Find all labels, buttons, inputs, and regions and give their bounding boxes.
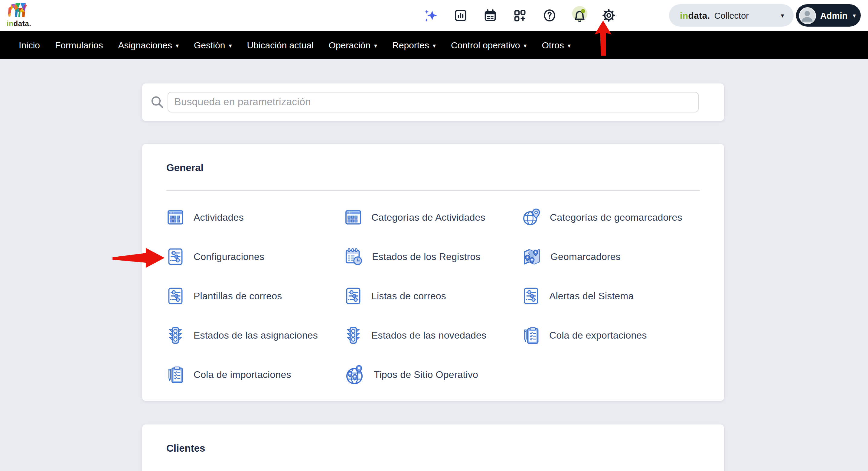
section-general: General Actividades Categorías de Activi… (142, 144, 724, 401)
item-cola-de-importaciones[interactable]: Cola de importaciones (166, 365, 344, 384)
nav-asignaciones[interactable]: Asignaciones▾ (118, 40, 179, 50)
divider (166, 190, 700, 191)
workspace-switcher[interactable]: indata. Collector ▼ (669, 4, 794, 27)
nav-ubicacion-actual[interactable]: Ubicación actual (247, 40, 313, 50)
main-nav: Inicio Formularios Asignaciones▾ Gestión… (0, 31, 868, 59)
nav-operacion[interactable]: Operación▾ (329, 40, 377, 50)
sliders-icon (344, 287, 362, 305)
nav-formularios[interactable]: Formularios (55, 40, 103, 50)
item-estados-de-las-novedades[interactable]: Estados de las novedades (344, 325, 522, 345)
clipboard-checklist-icon (522, 325, 540, 345)
window-grid-icon (166, 208, 185, 227)
chevron-down-icon: ▼ (780, 12, 785, 19)
indata-logo[interactable]: indata. (5, 1, 41, 27)
search-input[interactable] (167, 92, 699, 113)
chevron-down-icon: ▾ (524, 42, 527, 49)
chevron-down-icon: ▾ (176, 42, 179, 49)
red-arrow-right-annotation (111, 243, 167, 272)
sliders-icon (522, 287, 540, 305)
globe-pin-icon (522, 208, 541, 227)
apps-add-icon[interactable] (513, 8, 527, 22)
traffic-light-icon (166, 325, 185, 345)
top-header: indata. (0, 0, 868, 31)
user-name: Admin (820, 10, 847, 20)
item-tipos-de-sitio-operativo[interactable]: Tipos de Sitio Operativo (344, 364, 522, 385)
item-estados-de-las-asignaciones[interactable]: Estados de las asignaciones (166, 325, 344, 345)
map-pins-icon (522, 247, 541, 266)
workspace-brand: indata. (680, 10, 710, 21)
notifications-bell-icon[interactable] (570, 6, 589, 25)
item-listas-de-correos[interactable]: Listas de correos (344, 287, 522, 305)
help-icon[interactable] (542, 8, 557, 22)
item-configuraciones[interactable]: Configuraciones (166, 247, 344, 266)
section-title: General (142, 144, 724, 174)
sliders-icon (166, 287, 185, 305)
header-icon-row (424, 0, 616, 31)
sliders-icon (166, 247, 185, 266)
section-clientes: Clientes (142, 425, 724, 471)
item-estados-de-los-registros[interactable]: Estados de los Registros (344, 247, 522, 266)
bar-chart-icon[interactable] (454, 8, 468, 22)
app-viewport: indata. (0, 0, 868, 471)
workspace-product-label: Collector (714, 10, 749, 20)
search-card (142, 84, 724, 121)
chevron-down-icon: ▾ (229, 42, 232, 49)
item-plantillas-de-correos[interactable]: Plantillas de correos (166, 287, 344, 305)
red-arrow-up-annotation (590, 18, 617, 58)
sparkles-icon[interactable] (424, 8, 438, 23)
item-geomarcadores[interactable]: Geomarcadores (522, 247, 700, 266)
indata-wordmark: indata. (7, 21, 41, 27)
nav-reportes[interactable]: Reportes▾ (392, 40, 436, 50)
elephant-logo-icon (5, 1, 35, 19)
section-title: Clientes (142, 425, 724, 454)
item-alertas-del-sistema[interactable]: Alertas del Sistema (522, 287, 700, 305)
nav-gestion[interactable]: Gestión▾ (194, 40, 232, 50)
calendar-icon[interactable] (483, 8, 497, 22)
item-categorias-de-actividades[interactable]: Categorías de Actividades (344, 208, 522, 227)
item-cola-de-exportaciones[interactable]: Cola de exportaciones (522, 325, 700, 345)
calendar-clock-icon (344, 247, 363, 266)
clipboard-checklist-icon (166, 365, 185, 384)
chevron-down-icon: ▾ (568, 42, 571, 49)
item-actividades[interactable]: Actividades (166, 208, 344, 227)
search-icon (151, 96, 164, 109)
globe-pins-icon (344, 364, 365, 385)
window-grid-icon (344, 208, 362, 227)
chevron-down-icon: ▾ (374, 42, 377, 49)
nav-inicio[interactable]: Inicio (19, 40, 40, 50)
notification-dot (581, 9, 585, 13)
chevron-down-icon: ▾ (433, 42, 436, 49)
item-categorias-de-geomarcadores[interactable]: Categorías de geomarcadores (522, 208, 700, 227)
nav-otros[interactable]: Otros▾ (542, 40, 570, 50)
avatar (799, 7, 816, 24)
traffic-light-icon (344, 325, 362, 345)
param-grid: Actividades Categorías de Actividades Ca… (166, 198, 724, 394)
chevron-down-icon: ▼ (852, 12, 857, 19)
nav-control-operativo[interactable]: Control operativo▾ (451, 40, 527, 50)
user-menu[interactable]: Admin ▼ (796, 4, 861, 27)
